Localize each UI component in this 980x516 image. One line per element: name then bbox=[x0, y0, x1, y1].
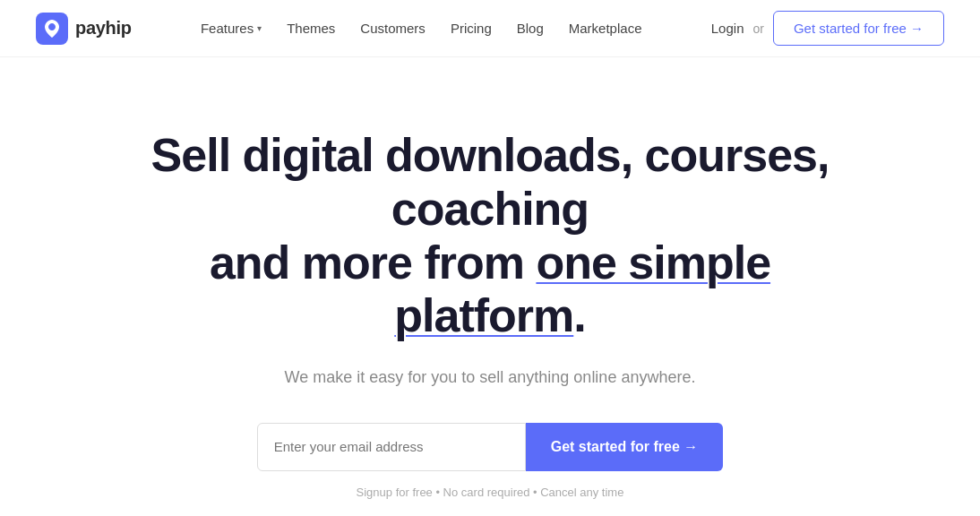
get-started-outline-button[interactable]: Get started for free → bbox=[773, 11, 944, 46]
header: payhip Features ▾ Themes Customers Prici… bbox=[0, 0, 980, 57]
nav-marketplace[interactable]: Marketplace bbox=[569, 21, 642, 36]
main-nav: Features ▾ Themes Customers Pricing Blog… bbox=[201, 21, 642, 36]
logo[interactable]: payhip bbox=[36, 13, 132, 45]
or-text: or bbox=[752, 22, 763, 36]
hero-title: Sell digital downloads, courses, coachin… bbox=[141, 129, 839, 343]
hero-title-part2: and more from bbox=[210, 236, 537, 288]
hero-section: Sell digital downloads, courses, coachin… bbox=[0, 57, 980, 516]
nav-features[interactable]: Features ▾ bbox=[201, 21, 262, 36]
hero-title-part1: Sell digital downloads, courses, coachin… bbox=[151, 129, 830, 235]
logo-icon bbox=[36, 13, 68, 45]
chevron-down-icon: ▾ bbox=[257, 23, 262, 33]
get-started-filled-button[interactable]: Get started for free → bbox=[526, 423, 723, 471]
nav-customers[interactable]: Customers bbox=[360, 21, 426, 36]
login-link[interactable]: Login bbox=[711, 21, 744, 36]
nav-themes[interactable]: Themes bbox=[287, 21, 335, 36]
nav-pricing[interactable]: Pricing bbox=[451, 21, 492, 36]
email-cta-row: Get started for free → bbox=[257, 423, 723, 471]
hero-title-end: . bbox=[573, 289, 585, 341]
fine-print: Signup for free • No card required • Can… bbox=[357, 486, 624, 499]
email-input[interactable] bbox=[257, 423, 526, 471]
logo-text: payhip bbox=[75, 18, 132, 39]
hero-subtitle: We make it easy for you to sell anything… bbox=[285, 365, 696, 391]
nav-blog[interactable]: Blog bbox=[517, 21, 544, 36]
header-right: Login or Get started for free → bbox=[711, 11, 944, 46]
